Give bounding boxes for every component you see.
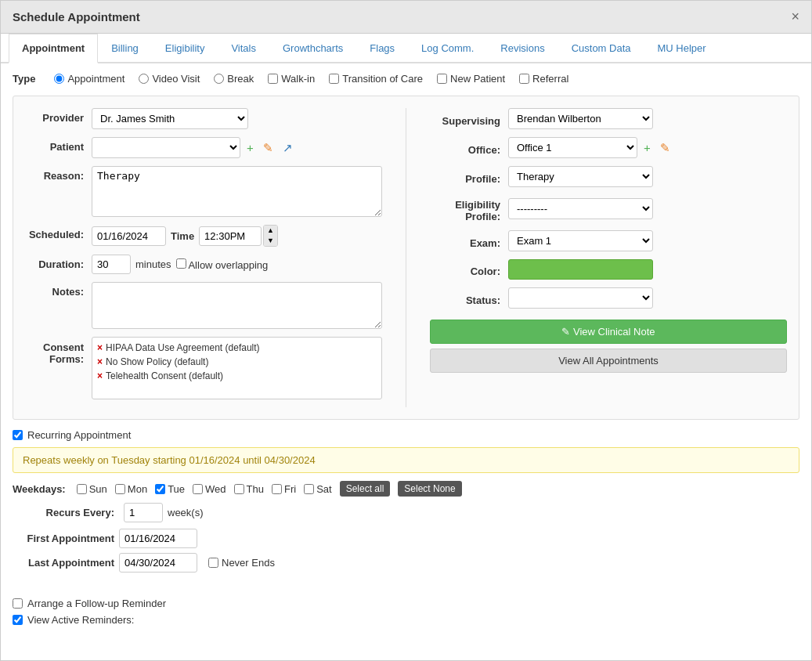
tab-logcomm[interactable]: Log Comm. bbox=[408, 34, 487, 62]
transition-of-care-option[interactable]: Transition of Care bbox=[329, 73, 423, 85]
type-video-visit-option[interactable]: Video Visit bbox=[139, 73, 200, 85]
consent-remove-0[interactable]: × bbox=[97, 342, 103, 353]
tab-vitals[interactable]: Vitals bbox=[218, 34, 269, 62]
recurs-every-label: Recurs Every: bbox=[13, 507, 114, 518]
office-add-button[interactable]: + bbox=[641, 139, 654, 156]
weekday-mon: Mon bbox=[115, 483, 147, 495]
close-button[interactable]: × bbox=[791, 9, 799, 25]
recurring-label[interactable]: Recurring Appointment bbox=[27, 429, 131, 441]
consent-control: × HIPAA Data Use Agreement (default) × N… bbox=[92, 337, 382, 399]
profile-row: Profile: Therapy bbox=[430, 166, 787, 187]
tab-appointment[interactable]: Appointment bbox=[9, 34, 98, 63]
select-all-button[interactable]: Select all bbox=[340, 481, 391, 497]
type-break-radio[interactable] bbox=[214, 74, 224, 84]
provider-row: Provider Dr. James Smith bbox=[25, 108, 382, 129]
allow-overlapping-option[interactable]: Allow overlapping bbox=[176, 258, 269, 271]
allow-overlapping-label: Allow overlapping bbox=[188, 259, 268, 271]
duration-input[interactable] bbox=[92, 255, 131, 274]
consent-remove-1[interactable]: × bbox=[97, 356, 103, 367]
profile-label: Profile: bbox=[430, 169, 508, 185]
weekday-thu-checkbox[interactable] bbox=[234, 484, 244, 494]
last-appt-input[interactable] bbox=[119, 553, 197, 573]
eligibility-row: Eligibility Profile: --------- bbox=[430, 195, 787, 222]
exam-select[interactable]: Exam 1 bbox=[508, 230, 653, 251]
notes-textarea[interactable] bbox=[92, 282, 382, 329]
status-select[interactable] bbox=[508, 287, 653, 309]
duration-row: Duration: minutes Allow overlapping bbox=[25, 255, 382, 274]
type-appointment-radio[interactable] bbox=[54, 74, 64, 84]
patient-select[interactable] bbox=[92, 137, 240, 158]
provider-label: Provider bbox=[25, 108, 92, 124]
follow-up-label[interactable]: Arrange a Follow-up Reminder bbox=[27, 598, 166, 609]
transition-of-care-checkbox[interactable] bbox=[329, 74, 339, 84]
allow-overlapping-checkbox[interactable] bbox=[176, 258, 186, 269]
type-video-visit-radio[interactable] bbox=[139, 74, 149, 84]
walk-in-checkbox[interactable] bbox=[268, 74, 278, 84]
time-spinner[interactable]: ▲ ▼ bbox=[263, 225, 278, 247]
recurring-info-box: Repeats weekly on Tuesday starting 01/16… bbox=[13, 447, 799, 473]
consent-item-label-1: No Show Policy (default) bbox=[106, 356, 208, 367]
time-down-button[interactable]: ▼ bbox=[264, 236, 277, 246]
type-break-option[interactable]: Break bbox=[214, 73, 254, 85]
view-clinical-note-button[interactable]: ✎ View Clinical Note bbox=[430, 320, 787, 344]
weekday-sun-checkbox[interactable] bbox=[77, 484, 87, 494]
office-row: Office: Office 1 + ✎ bbox=[430, 137, 787, 158]
consent-remove-2[interactable]: × bbox=[97, 370, 103, 381]
tab-eligibility[interactable]: Eligibility bbox=[152, 34, 218, 62]
type-appointment-option[interactable]: Appointment bbox=[54, 73, 125, 85]
recurs-every-input[interactable] bbox=[124, 503, 163, 522]
office-select[interactable]: Office 1 bbox=[508, 137, 637, 158]
consent-forms-row: Consent Forms: × HIPAA Data Use Agreemen… bbox=[25, 337, 382, 399]
walk-in-option[interactable]: Walk-in bbox=[268, 73, 315, 85]
patient-add-button[interactable]: + bbox=[244, 139, 257, 156]
tab-growthcharts[interactable]: Growthcharts bbox=[269, 34, 356, 62]
time-up-button[interactable]: ▲ bbox=[264, 226, 277, 236]
weekday-wed-checkbox[interactable] bbox=[193, 484, 203, 494]
never-ends-option[interactable]: Never Ends bbox=[208, 557, 275, 569]
tab-customdata[interactable]: Custom Data bbox=[558, 34, 644, 62]
tab-billing[interactable]: Billing bbox=[98, 34, 152, 62]
view-all-appointments-button[interactable]: View All Appointments bbox=[430, 349, 787, 373]
recurs-unit: week(s) bbox=[168, 507, 204, 518]
supervising-select[interactable]: Brendan Wilberton bbox=[508, 108, 653, 129]
weekday-sat-checkbox[interactable] bbox=[304, 484, 314, 494]
select-none-button[interactable]: Select None bbox=[398, 481, 461, 497]
profile-select[interactable]: Therapy bbox=[508, 166, 653, 187]
patient-link-button[interactable]: ↗ bbox=[280, 139, 296, 157]
recurs-every-row: Recurs Every: week(s) bbox=[13, 503, 799, 522]
recurring-info-text: Repeats weekly on Tuesday starting 01/16… bbox=[23, 454, 316, 466]
notes-row: Notes: bbox=[25, 282, 382, 329]
weekday-fri-checkbox[interactable] bbox=[272, 484, 282, 494]
new-patient-checkbox[interactable] bbox=[437, 74, 447, 84]
last-appt-row: Last Appointment Never Ends bbox=[13, 553, 799, 573]
tab-flags[interactable]: Flags bbox=[356, 34, 408, 62]
view-active-checkbox[interactable] bbox=[13, 615, 23, 625]
new-patient-option[interactable]: New Patient bbox=[437, 73, 505, 85]
follow-up-checkbox[interactable] bbox=[13, 598, 23, 609]
type-row: Type Appointment Video Visit Break Walk-… bbox=[13, 73, 799, 85]
referral-checkbox[interactable] bbox=[519, 74, 529, 84]
provider-select[interactable]: Dr. James Smith bbox=[92, 108, 248, 129]
scheduled-date-input[interactable] bbox=[92, 226, 166, 246]
weekday-mon-checkbox[interactable] bbox=[115, 484, 125, 494]
view-active-label[interactable]: View Active Reminders: bbox=[27, 614, 134, 626]
scheduled-label: Scheduled: bbox=[25, 225, 92, 240]
first-appt-input[interactable] bbox=[119, 529, 197, 548]
never-ends-checkbox[interactable] bbox=[208, 558, 218, 568]
tab-muhelper[interactable]: MU Helper bbox=[644, 34, 720, 62]
weekday-thu: Thu bbox=[234, 483, 264, 495]
reason-control: Therapy bbox=[92, 166, 382, 217]
color-swatch[interactable] bbox=[508, 259, 653, 280]
patient-edit-button[interactable]: ✎ bbox=[260, 139, 276, 157]
eligibility-select[interactable]: --------- bbox=[508, 198, 653, 219]
weekday-tue-checkbox[interactable] bbox=[155, 484, 165, 494]
bottom-section: Arrange a Follow-up Reminder View Active… bbox=[1, 590, 811, 638]
color-label: Color: bbox=[430, 262, 508, 277]
time-input[interactable] bbox=[199, 226, 262, 246]
office-edit-button[interactable]: ✎ bbox=[657, 139, 673, 157]
referral-option[interactable]: Referral bbox=[519, 73, 568, 85]
recurring-checkbox[interactable] bbox=[13, 430, 23, 440]
recurring-section: Recurring Appointment Repeats weekly on … bbox=[13, 429, 799, 573]
tab-revisions[interactable]: Revisions bbox=[487, 34, 558, 62]
reason-textarea[interactable]: Therapy bbox=[92, 166, 382, 217]
